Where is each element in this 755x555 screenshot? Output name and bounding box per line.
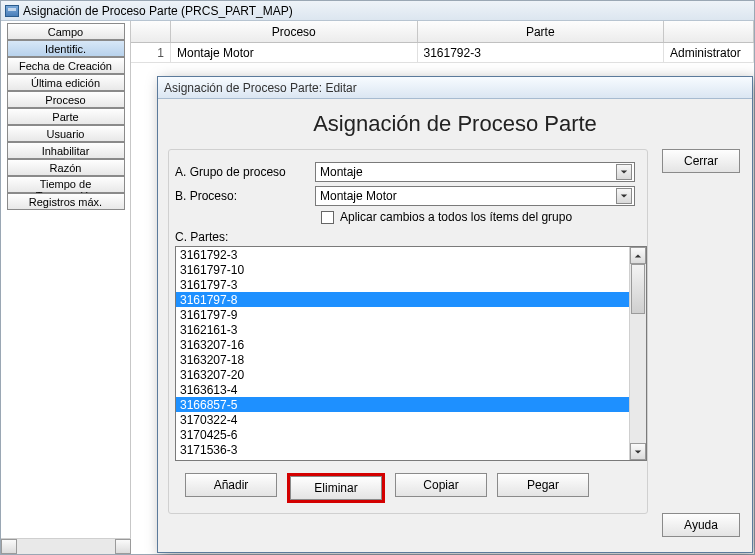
checkbox-apply-all[interactable]: Aplicar cambios a todos los ítems del gr…	[321, 210, 647, 224]
combo-group[interactable]: Montaje	[315, 162, 635, 182]
combo-group-value: Montaje	[320, 165, 363, 179]
scroll-left-icon[interactable]	[1, 539, 17, 554]
list-item[interactable]: 3172152-2	[176, 457, 629, 460]
grid-header-parte[interactable]: Parte	[418, 21, 665, 42]
list-item[interactable]: 3166857-5	[176, 397, 629, 412]
grid-header-proceso[interactable]: Proceso	[171, 21, 418, 42]
combo-process-value: Montaje Motor	[320, 189, 397, 203]
delete-highlight: Eliminar	[287, 473, 385, 503]
list-item[interactable]: 3171536-3	[176, 442, 629, 457]
copy-button[interactable]: Copiar	[395, 473, 487, 497]
grid-cell-parte: 3161792-3	[418, 43, 665, 62]
chevron-down-icon[interactable]	[616, 188, 632, 204]
list-item[interactable]: 3170322-4	[176, 412, 629, 427]
parent-titlebar: Asignación de Proceso Parte (PRCS_PART_M…	[1, 1, 754, 21]
grid-header: Proceso Parte	[131, 21, 754, 43]
sidebar-item-7[interactable]: Inhabilitar	[7, 142, 125, 159]
list-item[interactable]: 3162161-3	[176, 322, 629, 337]
help-button[interactable]: Ayuda	[662, 513, 740, 537]
grid-row[interactable]: 1 Montaje Motor 3161792-3 Administrator	[131, 43, 754, 63]
sidebar-item-5[interactable]: Parte	[7, 108, 125, 125]
grid-cell-proceso: Montaje Motor	[171, 43, 418, 62]
sidebar-item-6[interactable]: Usuario	[7, 125, 125, 142]
dialog-titlebar: Asignación de Proceso Parte: Editar	[158, 77, 752, 99]
checkbox-icon[interactable]	[321, 211, 334, 224]
sidebar-item-1[interactable]: Identific.	[7, 40, 125, 57]
parts-scrollbar[interactable]	[629, 247, 646, 460]
dialog-title: Asignación de Proceso Parte: Editar	[164, 81, 357, 95]
sidebar-item-9[interactable]: Tiempo de Transacción	[7, 176, 125, 193]
dialog-heading: Asignación de Proceso Parte	[168, 111, 742, 137]
parts-listbox[interactable]: 3161792-33161797-103161797-33161797-8316…	[175, 246, 647, 461]
grid-cell-user: Administrator	[664, 43, 754, 62]
chevron-down-icon[interactable]	[616, 164, 632, 180]
label-group: A. Grupo de proceso	[175, 165, 315, 179]
scroll-thumb[interactable]	[631, 264, 645, 314]
list-item[interactable]: 3161797-10	[176, 262, 629, 277]
delete-button[interactable]: Eliminar	[290, 476, 382, 500]
sidebar-item-2[interactable]: Fecha de Creación	[7, 57, 125, 74]
list-item[interactable]: 3163207-16	[176, 337, 629, 352]
combo-process[interactable]: Montaje Motor	[315, 186, 635, 206]
list-item[interactable]: 3161797-9	[176, 307, 629, 322]
sidebar-item-8[interactable]: Razón	[7, 159, 125, 176]
sidebar-item-3[interactable]: Última edición	[7, 74, 125, 91]
sidebar-item-10[interactable]: Registros máx.	[7, 193, 125, 210]
field-sidebar: CampoIdentific.Fecha de CreaciónÚltima e…	[1, 21, 131, 554]
list-item[interactable]: 3161797-8	[176, 292, 629, 307]
grid-header-last[interactable]	[664, 21, 754, 42]
list-item[interactable]: 3161797-3	[176, 277, 629, 292]
list-item[interactable]: 3163613-4	[176, 382, 629, 397]
scroll-right-icon[interactable]	[115, 539, 131, 554]
close-button[interactable]: Cerrar	[662, 149, 740, 173]
parent-title: Asignación de Proceso Parte (PRCS_PART_M…	[23, 4, 293, 18]
scroll-down-icon[interactable]	[630, 443, 646, 460]
list-item[interactable]: 3170425-6	[176, 427, 629, 442]
label-process: B. Proceso:	[175, 189, 315, 203]
scroll-up-icon[interactable]	[630, 247, 646, 264]
form-group: A. Grupo de proceso Montaje B. Proceso: …	[168, 149, 648, 514]
sidebar-hscroll[interactable]	[1, 538, 131, 554]
paste-button[interactable]: Pegar	[497, 473, 589, 497]
list-item[interactable]: 3163207-20	[176, 367, 629, 382]
add-button[interactable]: Añadir	[185, 473, 277, 497]
list-item[interactable]: 3163207-18	[176, 352, 629, 367]
table-icon	[5, 5, 19, 17]
grid-row-index: 1	[131, 43, 171, 62]
checkbox-label: Aplicar cambios a todos los ítems del gr…	[340, 210, 572, 224]
list-item[interactable]: 3161792-3	[176, 247, 629, 262]
label-parts: C. Partes:	[175, 230, 647, 244]
sidebar-item-0[interactable]: Campo	[7, 23, 125, 40]
edit-dialog: Asignación de Proceso Parte: Editar Asig…	[157, 76, 753, 553]
sidebar-item-4[interactable]: Proceso	[7, 91, 125, 108]
